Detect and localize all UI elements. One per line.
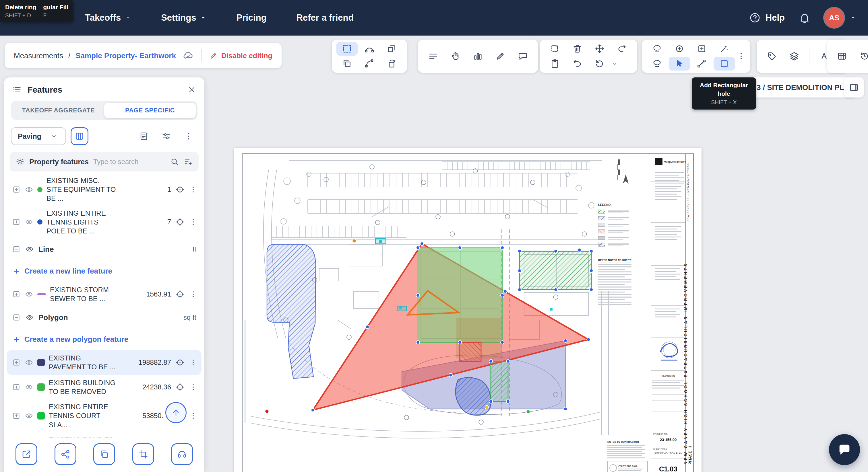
- tool-shape-forward-icon[interactable]: [381, 42, 402, 56]
- tool-marquee-select-icon[interactable]: [336, 42, 358, 56]
- tool-undo-icon[interactable]: [567, 57, 588, 71]
- vertex-handle[interactable]: [449, 373, 453, 377]
- tool-clipboard-icon[interactable]: [544, 57, 565, 71]
- vertex-handle[interactable]: [416, 341, 420, 344]
- overlay-green-hatch-small[interactable]: [491, 361, 508, 401]
- tool-vector-spline-icon[interactable]: [359, 42, 380, 56]
- tool-cursor-select-icon[interactable]: [669, 57, 690, 71]
- row-more-icon[interactable]: [189, 290, 197, 299]
- vertex-handle[interactable]: [590, 288, 593, 291]
- tool-ellipse-subtract-icon[interactable]: [646, 42, 668, 56]
- gear-icon[interactable]: [16, 157, 25, 166]
- overlay-red-hatch-rect[interactable]: [459, 342, 481, 361]
- nav-item-takeoffs[interactable]: Takeoffs: [85, 12, 131, 23]
- tool-layers-icon[interactable]: [784, 42, 805, 70]
- eye-icon[interactable]: [25, 245, 34, 254]
- tool-trash-icon[interactable]: [567, 42, 588, 56]
- help-button[interactable]: Help: [749, 12, 785, 24]
- vertex-handle[interactable]: [518, 288, 521, 291]
- expand-icon[interactable]: [12, 217, 21, 226]
- locate-crosshair-icon[interactable]: [175, 217, 185, 227]
- vertex-handle[interactable]: [416, 246, 420, 249]
- vertex-handle[interactable]: [587, 338, 590, 341]
- tool-magic-select-icon[interactable]: [544, 42, 565, 56]
- feature-search-input[interactable]: [93, 158, 165, 166]
- nav-item-refer[interactable]: Refer a friend: [297, 12, 354, 23]
- row-more-icon[interactable]: [189, 217, 197, 226]
- feature-color-swatch[interactable]: [37, 220, 42, 225]
- tool-row-list-icon[interactable]: [423, 42, 444, 70]
- table-view-button[interactable]: [71, 127, 88, 145]
- tool-move-icon[interactable]: [589, 42, 610, 56]
- vertex-handle[interactable]: [564, 407, 567, 411]
- nav-item-settings[interactable]: Settings: [161, 12, 206, 23]
- cyan-marker[interactable]: [379, 240, 382, 243]
- vertex-handle[interactable]: [416, 294, 420, 297]
- tool-rect-hole-icon[interactable]: [714, 57, 735, 71]
- chevron-down-icon[interactable]: [611, 60, 618, 67]
- vertex-handle[interactable]: [458, 246, 462, 249]
- vertex-handle[interactable]: [501, 246, 504, 249]
- disable-editing-button[interactable]: Disable editing: [209, 51, 272, 60]
- vertex-handle[interactable]: [506, 400, 510, 403]
- expand-icon[interactable]: [12, 358, 21, 367]
- row-more-icon[interactable]: [189, 185, 197, 194]
- tool-pan-hand-icon[interactable]: [445, 42, 466, 70]
- eye-icon[interactable]: [25, 313, 34, 322]
- tool-node-tool-icon[interactable]: [691, 57, 712, 71]
- chat-launcher[interactable]: [829, 434, 860, 465]
- headset-button[interactable]: [171, 443, 193, 465]
- open-external-button[interactable]: [16, 443, 37, 465]
- eye-icon[interactable]: [25, 411, 33, 420]
- tool-circle-add-icon[interactable]: [669, 42, 690, 56]
- feature-color-swatch[interactable]: [37, 359, 45, 366]
- row-more-icon[interactable]: [189, 358, 197, 367]
- tool-table-grid-icon[interactable]: [831, 42, 852, 70]
- collapse-icon[interactable]: [12, 313, 21, 322]
- tool-arc-tool-icon[interactable]: [359, 57, 380, 71]
- toolbar-more-icon[interactable]: [737, 52, 746, 61]
- cyan-marker[interactable]: [550, 308, 553, 310]
- locate-crosshair-icon[interactable]: [175, 358, 185, 367]
- locate-crosshair-icon[interactable]: [175, 382, 185, 392]
- marker-dot[interactable]: [352, 239, 356, 243]
- locate-crosshair-icon[interactable]: [175, 185, 185, 194]
- vertex-handle[interactable]: [366, 325, 369, 329]
- vertex-handle[interactable]: [554, 249, 557, 253]
- category-dropdown[interactable]: Paving: [11, 127, 66, 145]
- page-panel-toggle[interactable]: [844, 77, 864, 98]
- feature-row[interactable]: EXISTING POND TO BE FILLED42467.1: [7, 432, 202, 438]
- marker-dot[interactable]: [485, 405, 489, 409]
- vertex-handle[interactable]: [518, 249, 521, 253]
- feature-color-swatch[interactable]: [37, 412, 45, 419]
- tool-lasso-subtract-icon[interactable]: [646, 57, 668, 71]
- tool-rotate-page-icon[interactable]: [381, 57, 402, 71]
- vertex-handle[interactable]: [518, 269, 521, 272]
- feature-row[interactable]: EXISTING BUILDING TO BE REMOVED24238.36: [7, 375, 202, 400]
- expand-icon[interactable]: [12, 411, 21, 420]
- eye-icon[interactable]: [25, 217, 33, 226]
- row-more-icon[interactable]: [189, 383, 197, 392]
- tool-tag-icon[interactable]: [761, 42, 782, 70]
- eye-icon[interactable]: [25, 290, 33, 299]
- tool-redo-icon[interactable]: [611, 42, 632, 56]
- notifications-bell-icon[interactable]: [799, 12, 811, 24]
- tool-column-chart-icon[interactable]: [467, 42, 489, 70]
- vertex-handle[interactable]: [501, 294, 504, 297]
- expand-icon[interactable]: [12, 185, 21, 194]
- marker-dot[interactable]: [265, 409, 269, 413]
- crop-frame-button[interactable]: [132, 443, 154, 465]
- row-more-icon[interactable]: [189, 411, 197, 420]
- tool-magic-wand-icon[interactable]: [714, 42, 735, 56]
- create-feature-link[interactable]: +Create a new line feature: [7, 260, 202, 282]
- feature-color-swatch[interactable]: [37, 293, 46, 295]
- overlay-blue-hatch-area[interactable]: [267, 244, 316, 378]
- account-menu[interactable]: AS: [825, 8, 857, 28]
- expand-icon[interactable]: [12, 383, 21, 392]
- vertex-handle[interactable]: [503, 290, 507, 293]
- vertex-handle[interactable]: [311, 408, 315, 412]
- vertex-handle[interactable]: [590, 269, 593, 272]
- drawing-sheet[interactable]: LEGEND KEYED NOTES TO SHEET: VLK|ARCHITE…: [234, 148, 702, 472]
- vertex-handle[interactable]: [564, 339, 567, 342]
- scroll-up-button[interactable]: [165, 402, 187, 423]
